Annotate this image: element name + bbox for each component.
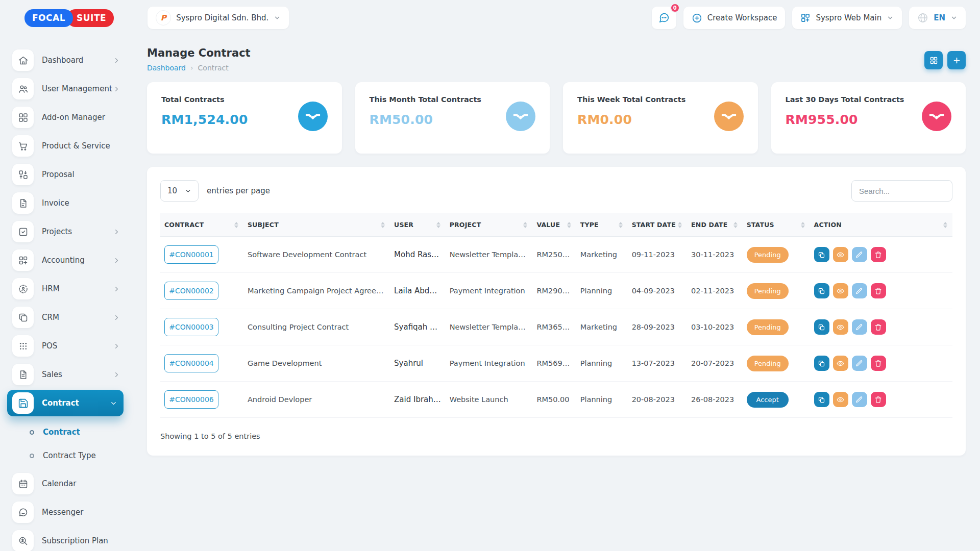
contract-submenu: Contract Contract Type <box>0 417 131 469</box>
eye-icon <box>837 287 844 295</box>
sidebar-item-dashboard[interactable]: Dashboard <box>0 46 131 74</box>
entries-per-page-select[interactable]: 10 <box>160 180 199 202</box>
contract-number-link[interactable]: #CON00002 <box>164 282 218 300</box>
delete-button[interactable] <box>871 392 886 407</box>
stat-cards: Total Contracts RM1,524.00 This Month To… <box>147 82 966 154</box>
col-start-date[interactable]: START DATE <box>628 213 687 237</box>
plus-circle-icon <box>692 13 702 23</box>
col-type[interactable]: TYPE <box>576 213 628 237</box>
page-title: Manage Contract <box>147 47 251 59</box>
edit-button[interactable] <box>852 392 867 407</box>
eye-icon <box>837 323 844 331</box>
duplicate-button[interactable] <box>814 283 829 298</box>
sidebar-subitem-contract-type[interactable]: Contract Type <box>0 444 131 467</box>
contract-number-link[interactable]: #CON00004 <box>164 354 218 372</box>
view-button[interactable] <box>833 356 848 371</box>
workspace-switcher[interactable]: Syspro Web Main <box>792 7 902 29</box>
chevron-down-icon <box>950 14 958 21</box>
sidebar-item-calendar[interactable]: Calendar <box>0 469 131 498</box>
eye-icon <box>837 360 844 367</box>
contract-number-link[interactable]: #CON00003 <box>164 318 218 336</box>
contract-number-link[interactable]: #CON00006 <box>164 390 218 409</box>
duplicate-button[interactable] <box>814 356 829 371</box>
eye-icon <box>837 251 844 259</box>
col-end-date[interactable]: END DATE <box>687 213 743 237</box>
user-scan-icon <box>12 278 34 299</box>
col-action[interactable]: ACTION <box>810 213 952 237</box>
sidebar-item-accounting[interactable]: Accounting <box>0 246 131 274</box>
sidebar-item-subscription-plan[interactable]: Subscription Plan <box>0 527 131 551</box>
duplicate-button[interactable] <box>814 392 829 407</box>
trash-icon <box>874 287 882 295</box>
grid-view-button[interactable] <box>924 51 943 69</box>
sidebar: Dashboard User Management Add-on Manager… <box>0 31 131 551</box>
sidebar-item-sales[interactable]: Sales <box>0 360 131 389</box>
delete-button[interactable] <box>871 247 886 262</box>
view-button[interactable] <box>833 283 848 298</box>
status-badge: Pending <box>747 356 789 371</box>
col-subject[interactable]: SUBJECT <box>243 213 390 237</box>
search-input[interactable] <box>851 180 952 202</box>
edit-button[interactable] <box>852 319 867 335</box>
delete-button[interactable] <box>871 283 886 298</box>
sidebar-item-proposal[interactable]: Proposal <box>0 160 131 189</box>
sidebar-item-projects[interactable]: Projects <box>0 217 131 246</box>
workspace-switcher-label: Syspro Web Main <box>816 13 881 22</box>
workspace-name: Syspro Digital Sdn. Bhd. <box>176 13 268 22</box>
logo-primary: FOCAL <box>24 9 73 27</box>
file-icon <box>12 192 34 214</box>
edit-button[interactable] <box>852 356 867 371</box>
breadcrumb-separator: › <box>190 64 193 72</box>
sidebar-item-messenger[interactable]: Messenger <box>0 498 131 527</box>
col-project[interactable]: PROJECT <box>446 213 533 237</box>
view-button[interactable] <box>833 247 848 262</box>
view-button[interactable] <box>833 392 848 407</box>
topbar: FOCAL SUITE P Syspro Digital Sdn. Bhd. 0… <box>0 0 980 31</box>
duplicate-button[interactable] <box>814 319 829 335</box>
pencil-icon <box>855 251 863 259</box>
col-user[interactable]: USER <box>390 213 446 237</box>
col-contract[interactable]: CONTRACT <box>160 213 243 237</box>
bullet-icon <box>30 430 34 435</box>
delete-button[interactable] <box>871 356 886 371</box>
chat-icon <box>658 12 670 23</box>
sidebar-item-invoice[interactable]: Invoice <box>0 189 131 217</box>
sort-icon <box>619 222 623 228</box>
stat-total-contracts: Total Contracts RM1,524.00 <box>147 82 342 154</box>
copy-icon <box>818 251 825 259</box>
create-workspace-button[interactable]: Create Workspace <box>683 7 786 29</box>
messages-button[interactable]: 0 <box>652 7 676 29</box>
chat-count-badge: 0 <box>670 3 680 13</box>
copy-icon <box>818 287 825 295</box>
sidebar-item-pos[interactable]: POS <box>0 332 131 360</box>
duplicate-button[interactable] <box>814 247 829 262</box>
view-button[interactable] <box>833 319 848 335</box>
status-badge: Accept <box>747 392 789 408</box>
contracts-table: CONTRACT SUBJECT USER PROJECT VALUE TYPE… <box>160 213 952 418</box>
language-selector[interactable]: EN <box>909 7 966 29</box>
main-content: Manage Contract Dashboard › Contract Tot… <box>131 31 980 551</box>
sidebar-subitem-contract[interactable]: Contract <box>0 420 131 444</box>
sort-icon <box>523 222 527 228</box>
cart-icon <box>12 135 34 157</box>
pencil-icon <box>855 396 863 404</box>
sidebar-item-hrm[interactable]: HRM <box>0 274 131 303</box>
delete-button[interactable] <box>871 319 886 335</box>
chevron-right-icon <box>113 257 120 264</box>
col-status[interactable]: STATUS <box>743 213 810 237</box>
pencil-icon <box>855 323 863 331</box>
sidebar-item-user-management[interactable]: User Management <box>0 74 131 103</box>
edit-button[interactable] <box>852 247 867 262</box>
sidebar-item-addon-manager[interactable]: Add-on Manager <box>0 103 131 132</box>
contract-number-link[interactable]: #CON00001 <box>164 245 218 264</box>
sidebar-item-contract[interactable]: Contract <box>7 390 124 416</box>
sidebar-item-crm[interactable]: CRM <box>0 303 131 332</box>
workspace-selector[interactable]: P Syspro Digital Sdn. Bhd. <box>148 7 289 29</box>
edit-button[interactable] <box>852 283 867 298</box>
breadcrumb-dashboard-link[interactable]: Dashboard <box>147 64 186 72</box>
sidebar-item-product-service[interactable]: Product & Service <box>0 132 131 160</box>
trash-icon <box>874 323 882 331</box>
add-contract-button[interactable] <box>947 51 966 69</box>
file-text-icon <box>12 364 34 385</box>
col-value[interactable]: VALUE <box>532 213 576 237</box>
